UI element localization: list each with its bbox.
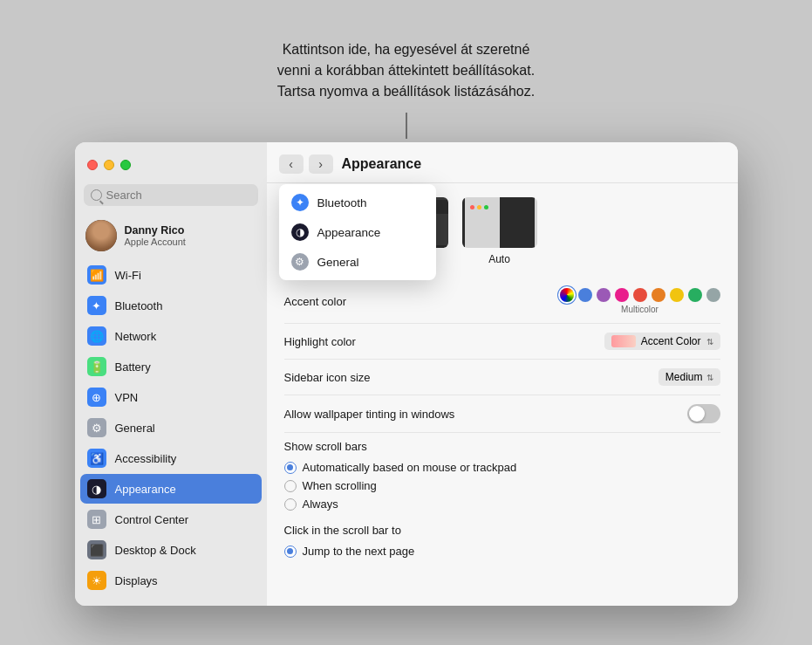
sidebar-item-accessibility[interactable]: ♿ Accessibility	[80, 443, 262, 473]
wifi-icon: 📶	[87, 265, 106, 285]
wallpaper-tinting-row: Allow wallpaper tinting in windows	[284, 395, 720, 433]
sidebar-icon-size-control: Medium ⇅	[658, 368, 720, 386]
radio-circle-always	[284, 498, 297, 511]
toggle-knob	[689, 406, 705, 422]
click-scroll-jump[interactable]: Jump to the next page	[284, 542, 720, 560]
appearance-option-auto[interactable]: Auto	[462, 197, 537, 265]
scroll-bars-group: Show scroll bars Automatically based on …	[284, 433, 720, 517]
swatch-blue[interactable]	[578, 288, 592, 302]
highlight-swatch	[611, 335, 636, 347]
scroll-bars-always[interactable]: Always	[284, 495, 720, 513]
search-icon	[91, 189, 102, 201]
swatch-gray[interactable]	[706, 288, 720, 302]
dropdown-general-icon: ⚙	[291, 253, 309, 271]
user-profile[interactable]: Danny Rico Apple Account	[75, 215, 267, 260]
vpn-icon: ⊕	[87, 388, 106, 407]
traffic-lights	[75, 153, 267, 181]
scroll-bars-auto-label: Automatically based on mouse or trackpad	[303, 461, 517, 474]
sidebar-icon-size-button[interactable]: Medium ⇅	[658, 368, 720, 386]
accent-color-row: Accent color	[284, 279, 720, 324]
appearance-icon: ◑	[87, 479, 106, 498]
swatch-orange[interactable]	[652, 288, 665, 302]
sidebar-item-label-displays: Displays	[115, 574, 158, 587]
dropdown-item-bluetooth[interactable]: ✦ Bluetooth	[279, 188, 436, 217]
sidebar-item-desktop-dock[interactable]: ⬛ Desktop & Dock	[80, 535, 262, 565]
sidebar-item-label-control-center: Control Center	[115, 513, 189, 526]
sidebar-item-appearance[interactable]: ◑ Appearance	[80, 474, 262, 504]
forward-button[interactable]: ›	[309, 154, 333, 174]
appearance-label-auto: Auto	[488, 253, 510, 265]
user-subtitle: Apple Account	[125, 237, 186, 247]
radio-circle-scrolling	[284, 480, 297, 492]
sidebar-icon-size-value: Medium	[665, 371, 703, 383]
sidebar: Danny Rico Apple Account 📶 Wi-Fi ✦ Bluet…	[75, 142, 267, 606]
scroll-bars-label: Show scroll bars	[284, 440, 720, 453]
wallpaper-tinting-label: Allow wallpaper tinting in windows	[284, 408, 455, 421]
click-scroll-jump-label: Jump to the next page	[303, 545, 415, 558]
main-content: ‹ › Appearance ✦ Bluetooth ◑ Appearance …	[267, 142, 738, 606]
bluetooth-icon: ✦	[87, 296, 106, 315]
swatch-multicolor[interactable]	[560, 288, 574, 302]
dropdown-label-appearance: Appearance	[317, 226, 381, 239]
multicolor-label: Multicolor	[621, 305, 658, 314]
wallpaper-tinting-control	[687, 404, 720, 423]
sidebar-item-control-center[interactable]: ⊞ Control Center	[80, 504, 262, 534]
dropdown-item-general[interactable]: ⚙ General	[279, 247, 436, 277]
dropdown-item-appearance[interactable]: ◑ Appearance	[279, 217, 436, 247]
sidebar-item-bluetooth[interactable]: ✦ Bluetooth	[80, 291, 262, 320]
sidebar-item-label-desktop-dock: Desktop & Dock	[115, 544, 196, 557]
accessibility-icon: ♿	[87, 449, 106, 468]
sidebar-item-label-vpn: VPN	[115, 391, 139, 404]
click-scroll-label: Click in the scroll bar to	[284, 524, 720, 537]
nav-dropdown-menu: ✦ Bluetooth ◑ Appearance ⚙ General	[279, 184, 436, 280]
sidebar-items: 📶 Wi-Fi ✦ Bluetooth 🌐 Network 🔋 Battery …	[75, 260, 267, 595]
user-info: Danny Rico Apple Account	[125, 224, 186, 247]
scroll-bars-scrolling[interactable]: When scrolling	[284, 477, 720, 495]
sidebar-item-vpn[interactable]: ⊕ VPN	[80, 382, 262, 412]
swatch-yellow[interactable]	[670, 288, 684, 302]
tooltip-line2: venni a korábban áttekintett beállítások…	[277, 63, 535, 78]
avatar	[85, 220, 117, 251]
swatch-green[interactable]	[688, 288, 702, 302]
settings-window: Danny Rico Apple Account 📶 Wi-Fi ✦ Bluet…	[75, 142, 738, 606]
thumb-dot-yellow-auto	[477, 205, 481, 209]
sidebar-item-general[interactable]: ⚙ General	[80, 413, 262, 443]
appearance-thumb-auto	[462, 197, 537, 248]
sidebar-item-label-wifi: Wi-Fi	[115, 269, 141, 282]
tooltip: Kattintson ide, ha egyesével át szeretné…	[277, 39, 535, 102]
control-center-icon: ⊞	[87, 510, 106, 529]
thumb-dot-green-auto	[484, 205, 488, 209]
maximize-button[interactable]	[120, 160, 131, 170]
radio-circle-auto	[284, 462, 297, 474]
accent-color-label: Accent color	[284, 295, 347, 308]
tooltip-arrow	[406, 113, 407, 139]
search-input[interactable]	[106, 189, 251, 202]
dropdown-bluetooth-icon: ✦	[291, 194, 309, 211]
thumb-dots-auto	[470, 205, 488, 209]
wallpaper-tinting-toggle[interactable]	[687, 404, 720, 423]
thumb-dot-red-auto	[470, 205, 474, 209]
network-icon: 🌐	[87, 326, 106, 346]
sidebar-item-battery[interactable]: 🔋 Battery	[80, 352, 262, 381]
search-bar[interactable]	[84, 184, 258, 206]
swatch-purple[interactable]	[597, 288, 611, 302]
tooltip-line3: Tartsa nyomva a beállítások listázásához…	[277, 84, 535, 99]
back-button[interactable]: ‹	[279, 154, 304, 174]
close-button[interactable]	[87, 160, 98, 170]
sidebar-item-wifi[interactable]: 📶 Wi-Fi	[80, 260, 262, 290]
swatch-red[interactable]	[633, 288, 647, 302]
sidebar-icon-size-label: Sidebar icon size	[284, 371, 371, 384]
sidebar-item-label-general: General	[115, 422, 155, 435]
dropdown-label-general: General	[317, 256, 359, 269]
color-swatches: Multicolor	[560, 288, 720, 314]
swatch-pink[interactable]	[615, 288, 629, 302]
scroll-bars-auto[interactable]: Automatically based on mouse or trackpad	[284, 458, 720, 477]
displays-icon: ☀	[87, 571, 106, 590]
sidebar-size-arrow-icon: ⇅	[706, 373, 713, 382]
sidebar-item-displays[interactable]: ☀ Displays	[80, 566, 262, 595]
highlight-color-button[interactable]: Accent Color ⇅	[604, 333, 720, 350]
sidebar-item-network[interactable]: 🌐 Network	[80, 321, 262, 351]
settings-section: Accent color	[267, 274, 738, 569]
sidebar-item-label-battery: Battery	[115, 360, 151, 374]
minimize-button[interactable]	[104, 160, 114, 170]
